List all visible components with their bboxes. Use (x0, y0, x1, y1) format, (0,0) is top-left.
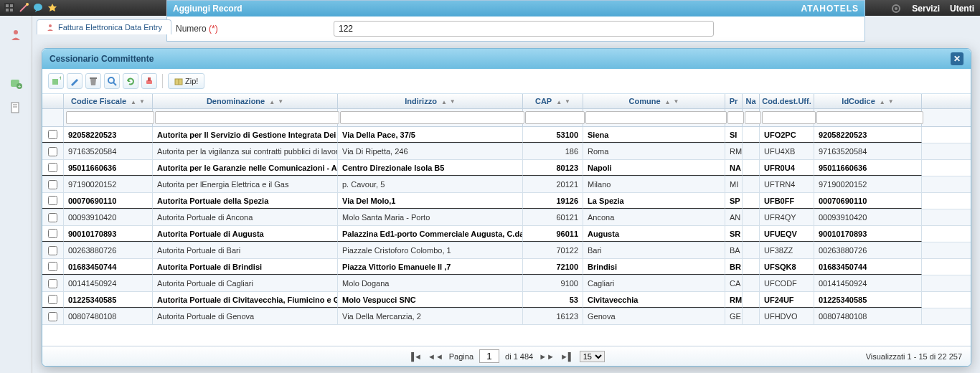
tab-icon (46, 23, 55, 32)
table-row[interactable]: 00807480108Autorita Portuale di GenovaVi… (42, 308, 971, 325)
row-checkbox[interactable] (48, 130, 57, 139)
row-checkbox[interactable] (48, 196, 57, 205)
search-button[interactable] (104, 73, 120, 89)
svg-point-21 (108, 77, 114, 83)
pager-label: Pagina (449, 352, 473, 361)
add-button[interactable]: + (48, 73, 64, 89)
row-checkbox[interactable] (48, 163, 57, 172)
col-codice-fiscale[interactable]: Codice Fiscale▼ (64, 94, 153, 108)
svg-rect-20 (90, 77, 97, 79)
col-denominazione[interactable]: Denominazione▼ (153, 94, 338, 108)
svg-rect-14 (11, 103, 19, 113)
filter-den[interactable] (155, 111, 339, 124)
refresh-button[interactable] (123, 73, 138, 89)
row-checkbox[interactable] (48, 147, 57, 156)
table-row[interactable]: 00141450924Autorita Portuale di Cagliari… (42, 275, 971, 292)
filter-na[interactable] (745, 111, 761, 124)
pager-size[interactable]: 15 (580, 351, 605, 362)
star-icon[interactable] (47, 3, 57, 13)
table-row[interactable]: 97190020152Autorita per lEnergia Elettri… (42, 176, 971, 193)
pager-of: di 1 484 (505, 352, 533, 361)
svg-text:+: + (18, 83, 22, 90)
cessionario-popup: Cessionario Committente ✕ + Zip! Codice … (42, 48, 971, 367)
gear-icon[interactable] (890, 3, 902, 14)
row-checkbox[interactable] (48, 180, 57, 189)
nav-utenti[interactable]: Utenti (950, 4, 974, 14)
svg-line-22 (113, 82, 116, 85)
delete-button[interactable] (85, 73, 101, 89)
grid-body[interactable]: 92058220523Autorita per Il Servizio di G… (42, 127, 971, 346)
filter-pr[interactable] (727, 111, 744, 124)
svg-line-5 (20, 4, 27, 11)
col-pr[interactable]: Pr (725, 94, 743, 108)
filter-cf[interactable] (66, 111, 154, 124)
table-row[interactable]: 01225340585Autorita Portuale di Civitave… (42, 292, 971, 308)
grid-toolbar: + Zip! (42, 69, 971, 94)
svg-rect-24 (148, 77, 151, 81)
sidebar-user-icon[interactable] (6, 24, 26, 44)
tab-label: Fattura Elettronica Data Entry (58, 23, 162, 32)
row-checkbox[interactable] (48, 229, 57, 238)
row-checkbox[interactable] (48, 279, 57, 288)
row-checkbox[interactable] (48, 246, 57, 255)
svg-point-17 (49, 24, 52, 27)
filter-row (42, 109, 971, 127)
row-checkbox[interactable] (48, 312, 57, 321)
row-checkbox[interactable] (48, 295, 57, 304)
pager-status: Visualizzati 1 - 15 di 22 257 (866, 352, 962, 361)
edit-button[interactable] (67, 73, 83, 89)
col-cap[interactable]: CAP▼ (523, 94, 583, 108)
table-row[interactable]: 00263880726Autorita Portuale di BariPiaz… (42, 242, 971, 259)
nav-servizi[interactable]: Servizi (912, 4, 940, 14)
filter-cap[interactable] (525, 111, 585, 124)
svg-point-9 (895, 7, 897, 10)
tab-fattura[interactable]: Fattura Elettronica Data Entry (37, 19, 171, 34)
pager-page-input[interactable] (479, 349, 499, 363)
col-comune[interactable]: Comune▼ (583, 94, 725, 108)
app-menu-icon[interactable] (4, 3, 14, 13)
row-checkbox[interactable] (48, 213, 57, 222)
col-checkbox[interactable] (42, 94, 64, 108)
svg-rect-1 (6, 4, 9, 7)
svg-text:+: + (59, 76, 61, 82)
filter-com[interactable] (585, 111, 727, 124)
sidebar-doc-icon[interactable] (6, 98, 26, 118)
chat-icon[interactable] (33, 3, 43, 13)
popup-title: Cessionario Committente (50, 54, 154, 64)
aggiungi-title: Aggiungi Record (173, 4, 242, 14)
pager-last[interactable]: ►▌ (560, 352, 574, 361)
svg-point-10 (14, 30, 18, 34)
table-row[interactable]: 90010170893Autorita Portuale di AugustaP… (42, 226, 971, 242)
filter-cod[interactable] (762, 111, 816, 124)
table-row[interactable]: 92058220523Autorita per Il Servizio di G… (42, 127, 971, 143)
filter-idc[interactable] (816, 111, 923, 124)
wand-icon[interactable] (19, 3, 29, 13)
filter-ind[interactable] (340, 111, 524, 124)
pager-first[interactable]: ▐◄ (408, 352, 422, 361)
col-cod-dest[interactable]: Cod.dest.Uff. (760, 94, 814, 108)
row-checkbox[interactable] (48, 262, 57, 271)
table-row[interactable]: 01683450744Autorita Portuale di Brindisi… (42, 259, 971, 275)
col-idcodice[interactable]: IdCodice▼ (814, 94, 922, 108)
svg-point-7 (34, 4, 42, 11)
pager: ▐◄ ◄◄ Pagina di 1 484 ►► ►▌ 15 Visualizz… (42, 346, 971, 366)
table-row[interactable]: 00093910420Autorita Portuale di AnconaMo… (42, 209, 971, 226)
zip-button[interactable]: Zip! (168, 73, 204, 89)
table-row[interactable]: 00070690110Autorita Portuale della Spezi… (42, 193, 971, 209)
pager-prev[interactable]: ◄◄ (428, 352, 443, 361)
close-icon[interactable]: ✕ (951, 52, 963, 65)
aggiungi-brand: ATAHOTELS (801, 4, 859, 14)
svg-rect-4 (10, 9, 13, 11)
sidebar-add-icon[interactable]: + (6, 73, 26, 93)
col-indirizzo[interactable]: Indirizzo▼ (338, 94, 523, 108)
svg-rect-2 (10, 4, 13, 7)
clear-button[interactable] (141, 73, 157, 89)
grid-header: Codice Fiscale▼ Denominazione▼ Indirizzo… (42, 94, 971, 109)
table-row[interactable]: 95011660636Autorita per le Garanzie nell… (42, 160, 971, 176)
svg-rect-3 (6, 9, 9, 11)
table-row[interactable]: 97163520584Autorita per la vigilanza sui… (42, 143, 971, 160)
svg-point-6 (26, 3, 29, 6)
svg-rect-18 (52, 79, 58, 85)
pager-next[interactable]: ►► (539, 352, 555, 361)
col-na[interactable]: Na (743, 94, 760, 108)
